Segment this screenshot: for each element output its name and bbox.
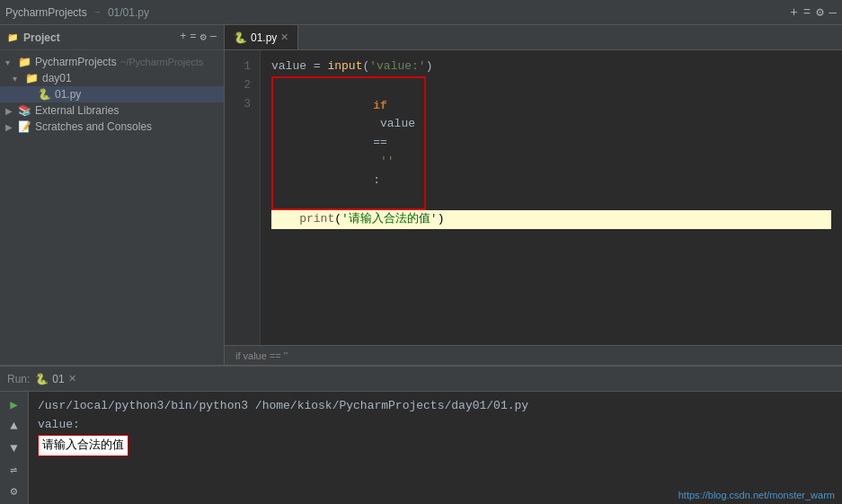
- tree-item-01py[interactable]: 🐍 01.py: [0, 86, 224, 102]
- arrow-01py: [25, 90, 38, 100]
- tree-label-ext-libs: External Libraries: [35, 104, 119, 117]
- run-down-button[interactable]: ▼: [4, 438, 24, 456]
- tree-path-pycharmprojects: ~/PycharmProjects: [120, 57, 204, 67]
- line-num-1: 1: [228, 57, 256, 76]
- code-paren-open3: (: [334, 210, 341, 229]
- sidebar-tree: ▾ 📁 PycharmProjects ~/PycharmProjects ▾ …: [0, 50, 224, 365]
- run-tab-01[interactable]: 🐍 01 ✕: [35, 373, 75, 385]
- code-str-cn: '请输入合法的值': [341, 210, 438, 229]
- gear-icon[interactable]: ⚙: [816, 4, 823, 20]
- minimize-icon[interactable]: —: [829, 5, 837, 20]
- code-var-value2: value: [373, 117, 422, 130]
- run-up-button[interactable]: ▲: [4, 417, 24, 435]
- editor-tabs: 🐍 01.py ✕: [225, 25, 842, 50]
- run-panel: Run: 🐍 01 ✕ ▶ ▲ ▼ ⇌ ⚙ /usr/local/python3…: [0, 365, 842, 504]
- run-settings-button[interactable]: ⚙: [4, 482, 24, 500]
- tree-label-day01: day01: [42, 72, 72, 84]
- run-wrap-button[interactable]: ⇌: [4, 461, 24, 479]
- tree-item-pycharmprojects[interactable]: ▾ 📁 PycharmProjects ~/PycharmProjects: [0, 54, 224, 70]
- top-bar-sep: –: [94, 6, 101, 19]
- tab-py-icon: 🐍: [234, 31, 247, 44]
- lib-icon-ext: 📚: [18, 104, 31, 117]
- tree-label-scratches: Scratches and Consoles: [35, 120, 152, 133]
- align-icon[interactable]: =: [803, 5, 811, 20]
- add-icon[interactable]: +: [790, 5, 797, 20]
- tab-label-01py: 01.py: [251, 31, 277, 44]
- output-input-box: 请输入合法的值: [38, 435, 129, 457]
- run-tab-icon: 🐍: [35, 373, 49, 385]
- editor-content: 1 2 3 value = input ( 'value:' ): [225, 50, 842, 345]
- run-tab-close[interactable]: ✕: [68, 373, 76, 385]
- run-output: /usr/local/python3/bin/python3 /home/kio…: [29, 392, 671, 504]
- arrow-day01: ▾: [13, 74, 25, 84]
- code-str-value: 'value:': [369, 57, 425, 76]
- status-text: if value == '': [235, 350, 288, 361]
- code-line-1: value = input ( 'value:' ): [271, 57, 831, 76]
- output-line-input: 请输入合法的值: [38, 435, 662, 457]
- editor-status: if value == '': [225, 345, 842, 365]
- tree-label-01py: 01.py: [55, 88, 81, 101]
- arrow-pycharmprojects: ▾: [5, 57, 18, 67]
- run-label: Run:: [7, 373, 30, 385]
- top-bar: PycharmProjects – 01/01.py + = ⚙ —: [0, 0, 842, 25]
- top-bar-title: PycharmProjects: [5, 6, 87, 19]
- sidebar-folder-icon: 📁: [7, 32, 18, 43]
- run-tab-label: 01: [52, 373, 64, 385]
- sidebar-add-icon[interactable]: +: [180, 31, 186, 44]
- blog-link: https://blog.csdn.net/monster_warm: [678, 490, 835, 500]
- main-layout: 📁 Project + = ⚙ — ▾ 📁 PycharmProjects ~/…: [0, 25, 842, 504]
- run-right-info: https://blog.csdn.net/monster_warm: [671, 392, 842, 504]
- code-fn-print: print: [299, 210, 334, 229]
- tree-item-scratches[interactable]: ▶ 📝 Scratches and Consoles: [0, 119, 224, 135]
- sidebar-min-icon[interactable]: —: [210, 31, 217, 44]
- sidebar-header: 📁 Project + = ⚙ —: [0, 25, 224, 50]
- code-fn-input: input: [327, 57, 362, 76]
- code-var-value: value: [271, 57, 306, 76]
- tab-01py[interactable]: 🐍 01.py ✕: [225, 25, 298, 49]
- code-line-2: if value == '' :: [271, 76, 831, 211]
- line-numbers: 1 2 3: [225, 50, 261, 345]
- code-op-colon: :: [373, 173, 380, 187]
- code-str-empty: '': [373, 155, 394, 168]
- tree-item-day01[interactable]: ▾ 📁 day01: [0, 70, 224, 86]
- code-kw-if: if: [373, 99, 387, 112]
- sidebar: 📁 Project + = ⚙ — ▾ 📁 PycharmProjects ~/…: [0, 25, 225, 365]
- code-op-assign: =: [306, 57, 327, 76]
- code-op-eq: ==: [373, 136, 387, 149]
- sidebar-gear-icon[interactable]: ⚙: [200, 31, 207, 44]
- sidebar-header-icons: + = ⚙ —: [180, 31, 217, 44]
- code-area[interactable]: value = input ( 'value:' ) if value ==: [261, 50, 842, 345]
- top-bar-icons: + = ⚙ —: [790, 4, 837, 20]
- sidebar-align-icon[interactable]: =: [190, 31, 196, 44]
- tree-label-pycharmprojects: PycharmProjects: [35, 56, 117, 68]
- editor-area: 🐍 01.py ✕ 1 2 3 value = input: [225, 25, 842, 365]
- output-line-prompt: value:: [38, 416, 662, 435]
- tab-close-01py[interactable]: ✕: [280, 31, 288, 43]
- code-indent-3: [271, 210, 299, 229]
- py-icon-01py: 🐍: [38, 88, 51, 101]
- sidebar-header-title: Project: [23, 31, 60, 44]
- run-panel-header: Run: 🐍 01 ✕: [0, 367, 842, 392]
- arrow-scratches: ▶: [5, 122, 18, 132]
- scratch-icon: 📝: [18, 120, 31, 133]
- run-toolbar: ▶ ▲ ▼ ⇌ ⚙: [0, 392, 29, 504]
- line-num-3: 3: [228, 95, 256, 114]
- code-line-3: print ( '请输入合法的值' ): [271, 210, 831, 229]
- folder-icon-day01: 📁: [25, 72, 39, 84]
- code-line2-box: if value == '' :: [271, 76, 426, 211]
- middle-area: 📁 Project + = ⚙ — ▾ 📁 PycharmProjects ~/…: [0, 25, 842, 365]
- run-body: ▶ ▲ ▼ ⇌ ⚙ /usr/local/python3/bin/python3…: [0, 392, 842, 504]
- output-line-path: /usr/local/python3/bin/python3 /home/kio…: [38, 397, 662, 416]
- code-paren-close1: ): [426, 57, 433, 76]
- code-paren-close3: ): [438, 210, 445, 229]
- line-num-2: 2: [228, 76, 256, 95]
- tree-item-external-libs[interactable]: ▶ 📚 External Libraries: [0, 102, 224, 119]
- run-play-button[interactable]: ▶: [4, 395, 24, 413]
- arrow-ext-libs: ▶: [5, 106, 18, 116]
- code-paren-open1: (: [362, 57, 369, 76]
- top-bar-breadcrumb: 01/01.py: [108, 6, 149, 19]
- folder-icon-pycharmprojects: 📁: [18, 56, 31, 68]
